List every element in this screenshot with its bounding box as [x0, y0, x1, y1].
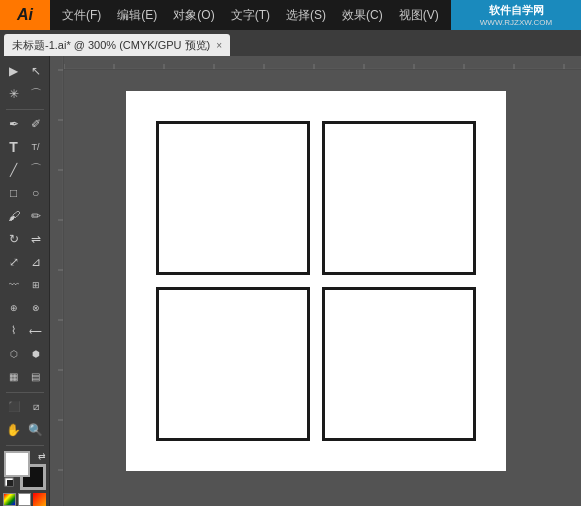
- touch-type-tool[interactable]: T/: [25, 136, 47, 158]
- tool-row-scale: ⤢ ⊿: [0, 251, 49, 273]
- grid-square-top-right: [322, 121, 476, 275]
- reflect-tool[interactable]: ⇌: [25, 228, 47, 250]
- tab-bar: 未标题-1.ai* @ 300% (CMYK/GPU 预览) ×: [0, 30, 581, 56]
- swap-colors-icon[interactable]: ⇄: [38, 451, 46, 461]
- slice-tool[interactable]: ⧄: [25, 396, 47, 418]
- paintbrush-tool[interactable]: 🖌: [3, 205, 25, 227]
- canvas-container: [50, 56, 581, 506]
- menu-effect[interactable]: 效果(C): [334, 0, 391, 30]
- artboard-tool[interactable]: ⬛: [3, 396, 25, 418]
- select-tool[interactable]: ▶: [3, 60, 25, 82]
- zoom-tool[interactable]: 🔍: [25, 419, 47, 441]
- magic-wand-tool[interactable]: ✳: [3, 83, 25, 105]
- toolbar-divider-1: [6, 109, 44, 110]
- color-mode-mesh-icon[interactable]: [33, 493, 46, 506]
- tool-row-blend: ⬡ ⬢: [0, 343, 49, 365]
- tool-row-select: ▶ ↖: [0, 60, 49, 82]
- tool-row-magic: ✳ ⌒: [0, 83, 49, 105]
- free-transform-tool[interactable]: ⊞: [25, 274, 47, 296]
- tool-row-pen: ✒ ✐: [0, 113, 49, 135]
- pencil-tool[interactable]: ✏: [25, 205, 47, 227]
- brand-name: 软件自学网: [489, 3, 544, 18]
- warp-tool[interactable]: 〰: [3, 274, 25, 296]
- menu-object[interactable]: 对象(O): [165, 0, 222, 30]
- scale-tool[interactable]: ⤢: [3, 251, 25, 273]
- menu-file[interactable]: 文件(F): [54, 0, 109, 30]
- svg-rect-1: [7, 480, 13, 486]
- tool-row-eyedropper: ⌇ ⟵: [0, 320, 49, 342]
- tool-row-column: ▦ ▤: [0, 366, 49, 388]
- hand-tool[interactable]: ✋: [3, 419, 25, 441]
- tool-row-rotate: ↻ ⇌: [0, 228, 49, 250]
- shape-builder-tool[interactable]: ⊕: [3, 297, 25, 319]
- tab-close-button[interactable]: ×: [216, 40, 222, 51]
- app-logo: Ai: [0, 0, 50, 30]
- direct-select-tool[interactable]: ↖: [25, 60, 47, 82]
- measure-tool[interactable]: ⟵: [25, 320, 47, 342]
- color-mode-gradient-icon[interactable]: [3, 493, 16, 506]
- tool-row-rect: □ ○: [0, 182, 49, 204]
- brand-url: WWW.RJZXW.COM: [480, 18, 552, 27]
- reset-colors-icon[interactable]: [4, 476, 14, 490]
- blend-tool[interactable]: ⬡: [3, 343, 25, 365]
- menu-type[interactable]: 文字(T): [223, 0, 278, 30]
- menu-view[interactable]: 视图(V): [391, 0, 447, 30]
- menu-edit[interactable]: 编辑(E): [109, 0, 165, 30]
- curvature-tool[interactable]: ✐: [25, 113, 47, 135]
- grid-layout: [126, 91, 506, 471]
- pen-tool[interactable]: ✒: [3, 113, 25, 135]
- tool-row-shape: ⊕ ⊗: [0, 297, 49, 319]
- fill-swatch[interactable]: [4, 451, 30, 477]
- left-toolbar: ▶ ↖ ✳ ⌒ ✒ ✐ T T/ ╱ ⌒ □ ○ 🖌 ✏ ↻: [0, 56, 50, 506]
- live-paint-tool[interactable]: ⊗: [25, 297, 47, 319]
- title-bar: Ai 文件(F) 编辑(E) 对象(O) 文字(T) 选择(S) 效果(C) 视…: [0, 0, 581, 30]
- rotate-tool[interactable]: ↻: [3, 228, 25, 250]
- symbol-tool[interactable]: ⬢: [25, 343, 47, 365]
- type-tool[interactable]: T: [3, 136, 25, 158]
- ellipse-tool[interactable]: ○: [25, 182, 47, 204]
- grid-square-bottom-right: [322, 287, 476, 441]
- grid-square-top-left: [156, 121, 310, 275]
- tab-title: 未标题-1.ai* @ 300% (CMYK/GPU 预览): [12, 38, 210, 53]
- brand-logo: 软件自学网 WWW.RJZXW.COM: [451, 0, 581, 30]
- arc-tool[interactable]: ⌒: [25, 159, 47, 181]
- toolbar-divider-2: [6, 392, 44, 393]
- menu-select[interactable]: 选择(S): [278, 0, 334, 30]
- canvas-area: [50, 56, 581, 506]
- bar-graph-tool[interactable]: ▤: [25, 366, 47, 388]
- tool-row-warp: 〰 ⊞: [0, 274, 49, 296]
- shear-tool[interactable]: ⊿: [25, 251, 47, 273]
- rect-tool[interactable]: □: [3, 182, 25, 204]
- lasso-tool[interactable]: ⌒: [25, 83, 47, 105]
- tool-row-artboard: ⬛ ⧄: [0, 396, 49, 418]
- column-graph-tool[interactable]: ▦: [3, 366, 25, 388]
- eyedropper-tool[interactable]: ⌇: [3, 320, 25, 342]
- main-layout: ▶ ↖ ✳ ⌒ ✒ ✐ T T/ ╱ ⌒ □ ○ 🖌 ✏ ↻: [0, 56, 581, 506]
- color-mode-none-icon[interactable]: [18, 493, 31, 506]
- document-tab[interactable]: 未标题-1.ai* @ 300% (CMYK/GPU 预览) ×: [4, 34, 230, 56]
- artboard: [126, 91, 506, 471]
- tool-row-hand: ✋ 🔍: [0, 419, 49, 441]
- line-segment-tool[interactable]: ╱: [3, 159, 25, 181]
- tool-row-line: ╱ ⌒: [0, 159, 49, 181]
- tool-row-type: T T/: [0, 136, 49, 158]
- tool-row-brush: 🖌 ✏: [0, 205, 49, 227]
- toolbar-divider-3: [6, 445, 44, 446]
- grid-square-bottom-left: [156, 287, 310, 441]
